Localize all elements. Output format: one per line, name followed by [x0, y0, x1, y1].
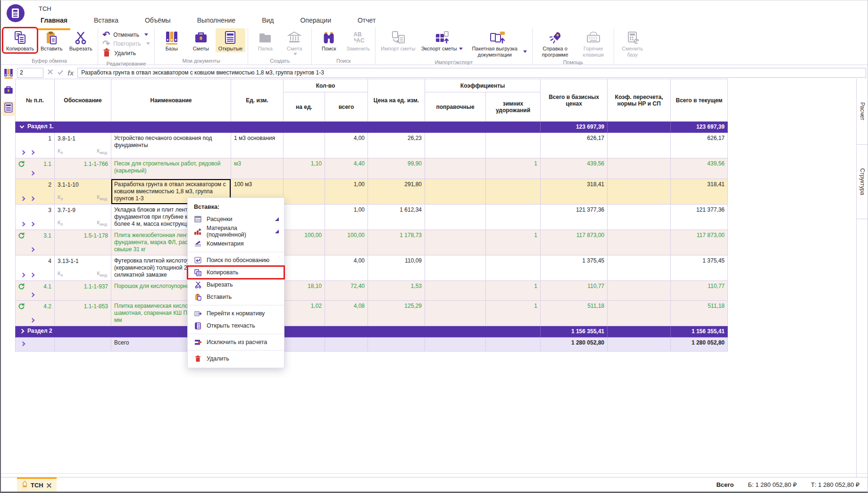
expand-chevron-icon[interactable] [30, 171, 35, 176]
table-row[interactable]: 3 3.7-1-9КпКинд Укладка блоков и плит ле… [16, 205, 728, 230]
section-row-2[interactable]: Раздел 2 1 156 355,41 1 156 355,41 [16, 326, 728, 337]
expand-chevron-icon[interactable] [21, 222, 25, 227]
col-header-coef-winter[interactable]: зимних удорожаний [486, 92, 541, 122]
export-dropdown-icon[interactable] [459, 48, 463, 50]
selected-row[interactable]: 2 3.1-1-10КпКинд Разработка грунта в отв… [16, 179, 728, 205]
cut-button[interactable]: Вырезать [66, 28, 95, 52]
new-estimate-button[interactable]: Смета [280, 28, 309, 56]
group-label-edit: Редактирование [100, 59, 152, 67]
col-header-obosn[interactable]: Обоснование [55, 79, 111, 122]
paste-button[interactable]: Вставить [37, 28, 66, 52]
replace-icon: ABAC [350, 30, 366, 46]
tech-part-icon [194, 322, 202, 329]
col-header-price[interactable]: Цена на ед. изм. [368, 79, 425, 122]
menu-separator [188, 334, 284, 334]
col-header-name[interactable]: Наименование [111, 79, 231, 122]
expand-chevron-icon[interactable] [30, 293, 35, 297]
table-row[interactable]: 3.1 1.5-1-178 Плита железобетонная ленто… [16, 230, 728, 255]
document-title: ТСН [39, 5, 51, 12]
expand-chevron-icon[interactable] [30, 247, 35, 252]
undo-dropdown-icon[interactable] [144, 33, 148, 36]
search-button[interactable]: Поиск [314, 28, 343, 52]
open-documents-button[interactable]: Открытые [216, 28, 246, 52]
close-tab-icon[interactable] [47, 483, 51, 488]
menu-item-kommentariya[interactable]: Комментария [188, 238, 284, 250]
copy-button[interactable]: Копировать [3, 28, 37, 52]
col-header-coef[interactable]: Коэффициенты [425, 79, 541, 92]
delete-button[interactable]: Удалить [102, 48, 150, 58]
col-header-qty[interactable]: Кол-во [284, 79, 368, 92]
expand-chevron-icon[interactable] [30, 222, 35, 227]
collapse-chevron-icon[interactable] [20, 124, 25, 129]
menu-item-otkryt-techchast[interactable]: Открыть техчасть [188, 320, 284, 332]
estimates-button[interactable]: Сметы [186, 28, 216, 52]
section-row-1[interactable]: Раздел 1. 123 697,39 123 697,39 [16, 122, 728, 133]
new-estimate-dropdown-icon[interactable] [293, 53, 297, 55]
expand-chevron-icon[interactable] [20, 329, 25, 334]
menu-item-vstavit[interactable]: Вставить [188, 291, 284, 303]
expand-chevron-icon[interactable] [30, 273, 35, 278]
trash-icon [102, 48, 111, 58]
exclude-icon [194, 339, 202, 345]
about-button[interactable]: Справка о программе [535, 28, 576, 58]
batch-upload-dropdown-icon[interactable] [523, 50, 527, 53]
formula-text-input[interactable]: Разработка грунта в отвал экскаватором с… [77, 68, 866, 78]
document-tab[interactable]: ТСН [17, 477, 57, 492]
table-row[interactable]: 1 3.8-1-1КпКинд Устройство песчаного осн… [16, 133, 728, 158]
redo-dropdown-icon[interactable] [146, 42, 150, 45]
expand-chevron-icon[interactable] [21, 273, 25, 278]
undo-button[interactable]: ↶ Отменить [102, 30, 150, 39]
menu-item-material[interactable]: Материала (подчинённой) [188, 225, 284, 238]
confirm-icon[interactable] [57, 68, 64, 77]
sidebar-bases-icon[interactable] [3, 68, 14, 81]
tab-raschet[interactable]: Расчет [857, 79, 868, 145]
search-by-code-icon [194, 257, 202, 263]
function-icon[interactable]: fx [67, 69, 74, 77]
sidebar-estimates-icon[interactable] [3, 85, 14, 97]
expand-chevron-icon[interactable] [21, 150, 25, 155]
col-header-unit[interactable]: Ед. изм. [231, 79, 284, 122]
ribbon: Копировать Вставить Вырезать Буфер обмен… [1, 27, 868, 65]
expand-chevron-icon[interactable] [21, 342, 25, 346]
batch-upload-button[interactable]: Пакетная выгрузка документации [466, 28, 530, 58]
col-header-total-base[interactable]: Всего в базисных ценах [541, 79, 608, 122]
menu-item-poisk-po-obosnovaniyu[interactable]: Поиск по обоснованию [188, 254, 284, 266]
redo-button[interactable]: ↷ Повторить [102, 39, 150, 48]
menu-item-udalit[interactable]: Удалить [188, 353, 284, 365]
expand-chevron-icon[interactable] [30, 318, 35, 323]
import-estimate-button[interactable]: Импорт сметы [378, 28, 418, 52]
grand-total-row[interactable]: Всего 1 280 052,80 1 280 052,80 [16, 337, 728, 352]
table-row[interactable]: 4.2 1.1-1-853 Плитка керамическая кислот… [16, 301, 728, 326]
col-header-qty-total[interactable]: всего [325, 92, 368, 122]
col-header-num[interactable]: № п.п. [16, 79, 55, 122]
expand-chevron-icon[interactable] [30, 150, 35, 155]
formula-bar: 2 fx Разработка грунта в отвал экскавато… [17, 67, 866, 78]
menu-item-isklyuchit-iz-rascheta[interactable]: Исключить из расчета [188, 336, 284, 348]
table-row[interactable]: 4 3.13-1-1КпКинд Футеровка плиткой кисло… [16, 255, 728, 281]
bases-button[interactable]: Базы [157, 28, 186, 52]
cancel-icon[interactable] [47, 68, 53, 77]
row-number-input[interactable]: 2 [17, 68, 43, 78]
sidebar-open-documents-icon[interactable] [2, 101, 15, 116]
col-header-coef-recalc[interactable]: Коэф. пересчета, нормы НР и СП [608, 79, 671, 122]
hotkeys-button[interactable]: Горячие клавиши [576, 28, 611, 58]
expand-chevron-icon[interactable] [21, 197, 25, 201]
col-header-coef-adj[interactable]: поправочные [425, 92, 486, 122]
col-header-qty-per[interactable]: на ед. [284, 92, 325, 122]
menu-item-perejti-k-normativu[interactable]: Перейти к нормативу [188, 307, 284, 320]
expand-chevron-icon[interactable] [30, 197, 35, 201]
rocket-icon [548, 30, 562, 46]
change-base-button[interactable]: Сменить базу [617, 28, 649, 58]
new-folder-button[interactable]: Папка [250, 28, 280, 52]
menu-item-kopirovat[interactable]: Копировать [188, 266, 284, 279]
col-header-total-current[interactable]: Всего в текущем [671, 79, 728, 122]
table-row[interactable]: 4.1 1.1-1-937 Порошок для кислотоупорных… [16, 281, 728, 301]
menu-item-vyrezat[interactable]: Вырезать [188, 279, 284, 291]
replace-button[interactable]: ABAC Заменить [343, 28, 373, 52]
export-estimate-button[interactable]: Экспорт сметы [418, 28, 466, 52]
table-row[interactable]: 1.1 1.1-1-766 Песок для строительных раб… [16, 158, 728, 179]
menu-separator [188, 252, 284, 252]
tab-struktura[interactable]: Структура [857, 145, 868, 219]
menu-item-rascenki[interactable]: Расценки [188, 213, 284, 225]
svg-text:AC: AC [357, 37, 365, 44]
